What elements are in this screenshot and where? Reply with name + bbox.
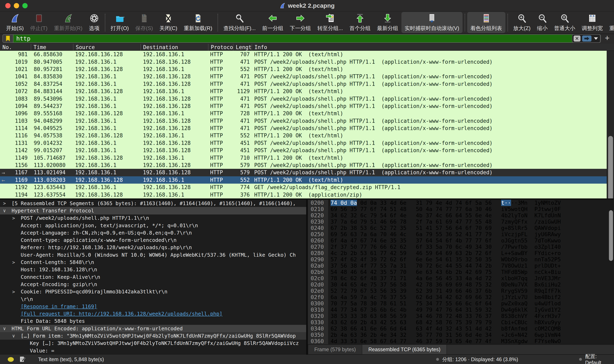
detail-row-6[interactable]: Referer: http://192.168.136.128/week2/up… [0, 244, 306, 251]
byte-view-tab[interactable]: Frame (579 bytes) [308, 345, 362, 354]
expander-closed-icon[interactable]: > [12, 215, 21, 221]
hex-row-0270[interactable]: 02702f 37 50 77 76 66 62 626f 33 5a 70 6… [308, 244, 614, 250]
toolbar-button-zoomout[interactable]: 缩小 [534, 12, 551, 33]
capture-comment-icon[interactable] [19, 356, 26, 363]
packet-list-header[interactable]: No.TimeSourceDestinationProtocolLengthIn… [0, 44, 614, 51]
packet-row-981[interactable]: 98166.858630192.168.136.128192.168.136.1… [0, 51, 607, 58]
toolbar-button-close[interactable]: 关闭(C) [156, 12, 181, 33]
toolbar-button-reload[interactable]: 010100110101110重新加载(R) [181, 12, 215, 33]
detail-row-1[interactable]: ∨Hypertext Transfer Protocol [0, 207, 306, 214]
filter-dropdown-caret[interactable] [594, 37, 598, 40]
toolbar-button-zoomin[interactable]: 放大(Z) [510, 12, 534, 33]
byte-view-tab[interactable]: Reassembled TCP (6365 bytes) [362, 345, 447, 354]
toolbar-button-last[interactable]: 最新分组 [374, 12, 401, 33]
hex-row-0230[interactable]: 023037 7a 6d 79 51 46 66 782f 7a 61 69 4… [308, 219, 614, 225]
hex-row-0210[interactable]: 021069 56 35 77 6f 74 51 4850 4a 74 77 7… [308, 206, 614, 212]
detail-row-20[interactable]: Value: = [0, 347, 306, 354]
toolbar-button-prev[interactable]: 前一分组 [259, 12, 286, 33]
column-header-length[interactable]: Length [233, 44, 252, 51]
vertical-splitter[interactable] [306, 200, 308, 355]
toolbar-button-goto[interactable]: 转至分组... [314, 12, 346, 33]
toolbar-button-resetlayout[interactable]: 123重置布局 [606, 12, 614, 33]
detail-row-7[interactable]: User-Agent: Mozilla/5.0 (Windows NT 10.0… [0, 251, 306, 259]
hex-row-0260[interactable]: 02606f 4a 47 67 74 6e 35 3537 64 54 6f 4… [308, 237, 614, 244]
column-header-destination[interactable]: Destination [141, 44, 208, 51]
packet-row-1072[interactable]: 107284.883144192.168.136.128192.168.136.… [0, 88, 607, 95]
packet-row-1041[interactable]: 104184.835830192.168.136.1192.168.136.12… [0, 73, 607, 80]
toolbar-button-options[interactable]: 选项 [86, 12, 103, 33]
minimize-window-button[interactable] [14, 3, 19, 8]
hex-row-0300[interactable]: 030070 77 5a 78 30 78 61 5175 34 77 55 6… [308, 300, 614, 307]
detail-row-13[interactable]: \r\n [0, 295, 306, 303]
column-header-protocol[interactable]: Protocol [208, 44, 233, 51]
detail-row-9[interactable]: Host: 192.168.136.128\r\n [0, 266, 306, 273]
detail-row-3[interactable]: Accept: application/json, text/javascrip… [0, 222, 306, 229]
hex-row-02f0[interactable]: 02f06a 4a 59 7a 4c 76 37 5562 6d 34 42 6… [308, 294, 614, 300]
hex-row-0250[interactable]: 025069 56 63 7a 6a 70 46 4c6a 79 55 36 5… [308, 231, 614, 237]
packet-row-1083[interactable]: 108389.543096192.168.136.1192.168.136.12… [0, 95, 607, 102]
detail-row-18[interactable]: ∨[…] Form item: "3Mn1yNMtoZViV5wotQHPJtw… [0, 332, 306, 339]
column-header-time[interactable]: Time [31, 44, 73, 51]
packet-row-1142[interactable]: 114299.015207192.168.136.1192.168.136.12… [0, 147, 607, 154]
hex-row-0280[interactable]: 02804c 2b 2b 53 61 77 42 5946 59 64 69 6… [308, 250, 614, 256]
column-header-source[interactable]: Source [73, 44, 141, 51]
hex-row-0290[interactable]: 029057 4f 62 4f 39 72 62 6f6e 6e 54 61 3… [308, 256, 614, 262]
hex-row-02b0[interactable]: 02b054 48 46 64 42 35 57 706e 63 43 6b 2… [308, 269, 614, 275]
hex-row-02a0[interactable]: 02a037 56 38 4f 77 55 7a 3170 72 6c 44 5… [308, 262, 614, 269]
detail-row-16[interactable]: File Data: 5848 bytes [0, 318, 306, 325]
column-header-no[interactable]: No. [0, 44, 31, 51]
packet-row-1103[interactable]: 110394.048299192.168.136.1192.168.136.12… [0, 117, 607, 125]
detail-row-0[interactable]: >[5 Reassembled TCP Segments (6365 bytes… [0, 200, 306, 207]
packet-list-scrollbar-thumb[interactable] [608, 136, 613, 203]
packet-row-1131[interactable]: 113199.014232192.168.136.1192.168.136.12… [0, 139, 607, 147]
hex-row-0320[interactable]: 032038 53 33 38 63 68 56 5934 46 78 72 4… [308, 313, 614, 319]
detail-row-2[interactable]: >POST /week2/uploads/shell.php HTTP/1.1\… [0, 214, 306, 222]
hex-row-0220[interactable]: 022034 62 32 6c 79 54 6f 4e4b 37 4c 66 6… [308, 212, 614, 219]
hex-row-02d0[interactable]: 02d030 44 65 4e 75 37 56 5842 78 36 69 6… [308, 281, 614, 288]
packet-row-1194[interactable]: 1194123.637554192.168.136.128192.168.136… [0, 191, 607, 198]
toolbar-button-find[interactable]: 查找分组(F)... [220, 12, 259, 33]
toolbar-button-autoscroll[interactable]: 实时捕获时自动滚动(V) [401, 12, 463, 33]
filter-clear-button[interactable]: ✕ [574, 36, 580, 42]
hex-scrollbar-thumb[interactable] [609, 210, 613, 261]
toolbar-button-open[interactable]: 打开(O) [107, 12, 132, 33]
detail-row-14[interactable]: [Response in frame: 1169] [0, 303, 306, 310]
hex-row-0310[interactable]: 031044 77 34 67 36 6b 6c 4b49 79 47 76 6… [308, 307, 614, 313]
filter-apply-button[interactable] [582, 36, 591, 42]
toolbar-button-start[interactable]: 开始(S) [3, 12, 27, 33]
toolbar-button-zoomnormal[interactable]: 普通大小 [551, 12, 578, 33]
packet-row-1149[interactable]: 1149105.714687192.168.136.128192.168.136… [0, 154, 607, 161]
packet-row-1167[interactable]: 1167→113.021494192.168.136.1192.168.136.… [0, 169, 607, 176]
column-header-info[interactable]: Info [252, 44, 614, 51]
toolbar-button-colorize[interactable]: 着色分组列表 [467, 12, 505, 33]
close-window-button[interactable] [5, 3, 11, 8]
packet-row-1094[interactable]: 109489.544237192.168.136.1192.168.136.12… [0, 103, 607, 110]
hex-row-0340[interactable]: 034062 38 66 41 6e 66 6d 6463 4f 4d 32 4… [308, 325, 614, 332]
filter-add-button[interactable]: + [604, 33, 612, 44]
detail-row-8[interactable]: >Content-Length: 5848\r\n [0, 259, 306, 266]
packet-list-scrollbar[interactable] [607, 51, 614, 198]
detail-row-10[interactable]: Connection: Keep-Alive\r\n [0, 273, 306, 281]
expert-info-indicator[interactable] [8, 357, 14, 362]
detail-row-15[interactable]: [Full request URI: http://192.168.136.12… [0, 310, 306, 317]
hex-row-02c0[interactable]: 02c078 6c 62 6f 48 37 71 714a 6e 56 45 3… [308, 275, 614, 281]
packet-row-1114[interactable]: 111494.049525192.168.136.1192.168.136.12… [0, 125, 607, 132]
detail-row-12[interactable]: >Cookie: PHPSESSID=qcd09irajlmmo3b142aka… [0, 288, 306, 295]
hex-row-0330[interactable]: 033043 62 69 2b 43 42 55 6368 42 58 76 7… [308, 319, 614, 325]
display-filter-input[interactable] [13, 35, 575, 42]
packet-row-1156[interactable]: 1156113.020080192.168.136.1192.168.136.1… [0, 161, 607, 169]
packet-row-1019[interactable]: 101980.947005192.168.136.1192.168.136.12… [0, 58, 607, 65]
status-profile[interactable]: 配置: Default [585, 353, 614, 364]
packet-row-1052[interactable]: 105284.837254192.168.136.1192.168.136.12… [0, 80, 607, 88]
packet-row-1116[interactable]: 111694.057538192.168.136.128192.168.136.… [0, 132, 607, 139]
hex-row-0350[interactable]: 03502b 4a 63 36 2b 4e 34 3236 77 70 31 5… [308, 332, 614, 338]
packet-row-1096[interactable]: 109689.555168192.168.136.128192.168.136.… [0, 110, 607, 117]
toolbar-button-first[interactable]: 首个分组 [346, 12, 374, 33]
expander-open-icon[interactable]: ∨ [12, 333, 21, 338]
toolbar-button-resizecols[interactable]: 调整列宽 [578, 12, 606, 33]
hex-row-0240[interactable]: 024067 2b 38 53 6c 52 72 3551 41 57 56 6… [308, 225, 614, 231]
detail-row-17[interactable]: ∨HTML Form URL Encoded: application/x-ww… [0, 325, 306, 332]
toolbar-button-next[interactable]: 下一分组 [286, 12, 314, 33]
expander-closed-icon[interactable]: > [12, 260, 21, 265]
expander-closed-icon[interactable]: > [3, 201, 12, 206]
